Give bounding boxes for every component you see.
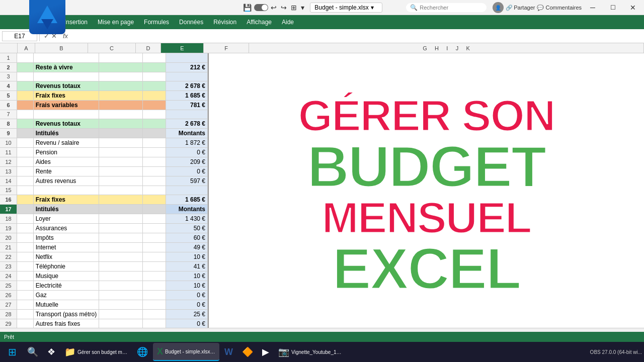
table-row[interactable]: 5Fraix fixes1 685 € bbox=[0, 90, 208, 100]
cell-c[interactable] bbox=[99, 233, 143, 242]
cell-e[interactable]: 2 678 € bbox=[166, 119, 208, 128]
cell-c[interactable] bbox=[99, 309, 143, 319]
col-header-d[interactable]: D bbox=[136, 43, 161, 53]
maximize-button[interactable]: ☐ bbox=[604, 1, 622, 15]
cell-c[interactable] bbox=[99, 252, 143, 261]
cell-b[interactable]: Transport (pass métro) bbox=[33, 309, 99, 319]
cell-c[interactable] bbox=[99, 223, 143, 233]
cell-a[interactable] bbox=[17, 62, 34, 72]
cell-d[interactable] bbox=[143, 176, 166, 186]
table-row[interactable]: 3 bbox=[0, 72, 208, 81]
cell-b[interactable]: Netflix bbox=[33, 252, 99, 261]
cell-c[interactable] bbox=[99, 100, 143, 110]
cell-e[interactable]: 60 € bbox=[166, 233, 208, 242]
cell-c[interactable] bbox=[99, 138, 143, 147]
comments-button[interactable]: 💬 Commentaires bbox=[537, 5, 582, 11]
cell-a[interactable] bbox=[17, 166, 34, 176]
cell-c[interactable] bbox=[99, 186, 143, 195]
cell-d[interactable] bbox=[143, 271, 166, 281]
cell-a[interactable] bbox=[17, 309, 34, 319]
taskbar-app1[interactable]: 🔶 bbox=[238, 343, 257, 361]
cell-a[interactable] bbox=[17, 319, 34, 328]
cell-e[interactable]: 1 872 € bbox=[166, 138, 208, 147]
cell-a[interactable] bbox=[17, 290, 34, 300]
cell-e[interactable]: 10 € bbox=[166, 281, 208, 290]
cell-e[interactable]: 1 430 € bbox=[166, 214, 208, 223]
cell-b[interactable]: Gaz bbox=[33, 290, 99, 300]
cell-b[interactable]: Pension bbox=[33, 147, 99, 157]
cell-e[interactable]: Montants bbox=[166, 204, 208, 214]
table-row[interactable]: 12Aides209 € bbox=[0, 157, 208, 166]
table-row[interactable]: 14Autres revenus597 € bbox=[0, 176, 208, 186]
cell-a[interactable] bbox=[17, 242, 34, 252]
cell-c[interactable] bbox=[99, 176, 143, 186]
cell-e[interactable]: 0 € bbox=[166, 319, 208, 328]
cell-e[interactable]: 0 € bbox=[166, 166, 208, 176]
cell-e[interactable]: 597 € bbox=[166, 176, 208, 186]
cell-d[interactable] bbox=[143, 53, 166, 62]
table-row[interactable]: 25Electricité10 € bbox=[0, 281, 208, 290]
table-row[interactable]: 17IntitulésMontants bbox=[0, 204, 208, 214]
cell-e[interactable]: 0 € bbox=[166, 147, 208, 157]
taskbar-explorer[interactable]: 📁 Gérer son budget me... bbox=[60, 343, 132, 361]
cell-b[interactable]: Internet bbox=[33, 242, 99, 252]
cell-e[interactable]: 10 € bbox=[166, 252, 208, 261]
cell-a[interactable] bbox=[17, 138, 34, 147]
col-header-rest[interactable]: G H I J K bbox=[249, 43, 644, 53]
table-row[interactable]: 19Assurances50 € bbox=[0, 223, 208, 233]
cell-a[interactable] bbox=[17, 214, 34, 223]
cell-c[interactable] bbox=[99, 166, 143, 176]
cell-a[interactable] bbox=[17, 233, 34, 242]
cell-c[interactable] bbox=[99, 261, 143, 271]
cell-c[interactable] bbox=[99, 72, 143, 81]
taskbar-browser[interactable]: 🌐 bbox=[133, 343, 152, 361]
table-row[interactable]: 28Transport (pass métro)25 € bbox=[0, 309, 208, 319]
cell-b[interactable]: Autres revenus bbox=[33, 176, 99, 186]
cell-b[interactable] bbox=[33, 186, 99, 195]
cell-d[interactable] bbox=[143, 195, 166, 204]
cell-d[interactable] bbox=[143, 119, 166, 128]
menu-revision[interactable]: Révision bbox=[208, 17, 242, 28]
taskbar-excel[interactable]: X Budget - simple.xlsx -... bbox=[153, 343, 219, 361]
table-row[interactable]: 9IntitulésMontants bbox=[0, 128, 208, 138]
table-row[interactable]: 7 bbox=[0, 110, 208, 119]
table-row[interactable]: 10Revenu / salaire1 872 € bbox=[0, 138, 208, 147]
cell-d[interactable] bbox=[143, 147, 166, 157]
cell-b[interactable]: Frais variables bbox=[33, 100, 99, 110]
cell-b[interactable]: Revenus totaux bbox=[33, 119, 99, 128]
formula-input[interactable] bbox=[72, 33, 642, 40]
user-avatar[interactable]: 👤 bbox=[493, 2, 504, 13]
cell-d[interactable] bbox=[143, 100, 166, 110]
cell-e[interactable] bbox=[166, 72, 208, 81]
cell-a[interactable] bbox=[17, 110, 34, 119]
table-row[interactable]: 27Mutuelle0 € bbox=[0, 300, 208, 309]
table-row[interactable]: 23Téléphonie41 € bbox=[0, 261, 208, 271]
cell-b[interactable]: Revenus totaux bbox=[33, 81, 99, 90]
cell-d[interactable] bbox=[143, 157, 166, 166]
cell-d[interactable] bbox=[143, 166, 166, 176]
cell-b[interactable] bbox=[33, 72, 99, 81]
cell-e[interactable]: 41 € bbox=[166, 261, 208, 271]
file-name-dropdown[interactable]: Budget - simple.xlsx ▾ bbox=[310, 3, 382, 13]
cell-c[interactable] bbox=[99, 319, 143, 328]
cell-c[interactable] bbox=[99, 81, 143, 90]
cell-e[interactable]: 10 € bbox=[166, 271, 208, 281]
close-button[interactable]: ✕ bbox=[624, 1, 642, 15]
cell-a[interactable] bbox=[17, 271, 34, 281]
cell-c[interactable] bbox=[99, 147, 143, 157]
cell-b[interactable]: Aides bbox=[33, 157, 99, 166]
cell-b[interactable]: Assurances bbox=[33, 223, 99, 233]
table-row[interactable]: 6Frais variables781 € bbox=[0, 100, 208, 110]
cell-a[interactable] bbox=[17, 223, 34, 233]
save-button[interactable]: 💾 bbox=[242, 3, 253, 13]
cell-b[interactable]: Fraix fixes bbox=[33, 195, 99, 204]
cell-c[interactable] bbox=[99, 119, 143, 128]
cell-e[interactable] bbox=[166, 53, 208, 62]
cell-e[interactable]: 1 685 € bbox=[166, 195, 208, 204]
cell-b[interactable]: Intitulés bbox=[33, 204, 99, 214]
menu-affichage[interactable]: Affichage bbox=[242, 17, 277, 28]
cell-b[interactable]: Intitulés bbox=[33, 128, 99, 138]
cell-e[interactable] bbox=[166, 110, 208, 119]
cell-a[interactable] bbox=[17, 81, 34, 90]
taskbar-word[interactable]: W bbox=[220, 343, 237, 361]
